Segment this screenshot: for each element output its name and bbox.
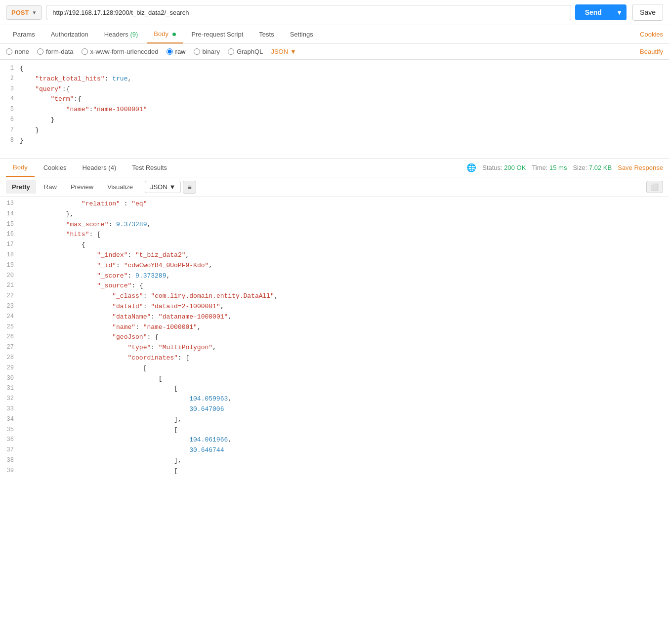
code-line: 1{	[0, 64, 669, 74]
code-line: 37 30.646744	[0, 445, 669, 456]
code-line: 26 "geoJson": {	[0, 332, 669, 343]
code-line: 34 ],	[0, 415, 669, 425]
code-line: 35 [	[0, 425, 669, 436]
wrap-button[interactable]: ≡	[183, 181, 196, 194]
send-arrow-button[interactable]: ▼	[612, 4, 627, 20]
method-label: POST	[11, 9, 29, 16]
beautify-link[interactable]: Beautify	[640, 48, 663, 55]
code-line: 4 "term":{	[0, 94, 669, 105]
fmt-pretty[interactable]: Pretty	[6, 180, 36, 194]
resp-tab-body[interactable]: Body	[6, 159, 35, 177]
code-line: 20 "_score": 9.373289,	[0, 271, 669, 282]
code-line: 19 "_id": "cdwCwoYB4_0UoPF9-Kdo",	[0, 261, 669, 271]
code-line: 17 {	[0, 240, 669, 250]
resp-tab-cookies[interactable]: Cookies	[37, 159, 74, 176]
request-tabs-bar: Params Authorization Headers (9) Body Pr…	[0, 25, 669, 44]
time-value: 15 ms	[549, 164, 567, 171]
tab-pre-request[interactable]: Pre-request Script	[185, 26, 251, 43]
cookies-link[interactable]: Cookies	[640, 31, 663, 38]
code-line: 31 [	[0, 384, 669, 394]
save-button[interactable]: Save	[632, 4, 663, 21]
option-form-data[interactable]: form-data	[37, 48, 74, 55]
globe-icon: 🌐	[466, 163, 476, 172]
request-body-editor[interactable]: 1{2 "track_total_hits": true,3 "query":{…	[0, 60, 669, 159]
code-line: 5 "name":"name-1000001"	[0, 105, 669, 115]
code-line: 24 "dataName": "dataname-1000001",	[0, 312, 669, 322]
response-tabs-bar: Body Cookies Headers (4) Test Results 🌐 …	[0, 159, 669, 177]
tab-tests[interactable]: Tests	[252, 26, 281, 43]
tab-authorization[interactable]: Authorization	[44, 26, 95, 43]
option-none[interactable]: none	[6, 48, 29, 55]
code-line: 27 "type": "MultiPolygon",	[0, 343, 669, 353]
send-btn-group: Send ▼	[575, 4, 627, 20]
tab-body[interactable]: Body	[147, 25, 182, 43]
code-line: 33 30.647006	[0, 404, 669, 415]
url-input[interactable]	[46, 5, 571, 20]
code-line: 25 "name": "name-1000001",	[0, 322, 669, 333]
json-type-selector[interactable]: JSON ▼	[271, 48, 296, 55]
fmt-preview[interactable]: Preview	[65, 180, 99, 194]
code-line: 15 "max_score": 9.373289,	[0, 220, 669, 230]
tab-headers[interactable]: Headers (9)	[97, 26, 145, 43]
code-line: 7 }	[0, 125, 669, 136]
code-line: 21 "_source": {	[0, 281, 669, 291]
option-urlencoded[interactable]: x-www-form-urlencoded	[82, 48, 159, 55]
method-chevron-icon: ▼	[32, 10, 37, 15]
fmt-raw[interactable]: Raw	[38, 180, 63, 194]
code-line: 29 [	[0, 363, 669, 374]
method-selector[interactable]: POST ▼	[6, 5, 42, 20]
code-line: 36 104.061966,	[0, 435, 669, 445]
response-body: 13 "relation" : "eq"14 },15 "max_score":…	[0, 197, 669, 479]
code-line: 22 "_class": "com.liry.domain.entity.Dat…	[0, 291, 669, 302]
response-status-bar: 🌐 Status: 200 OK Time: 15 ms Size: 7.02 …	[466, 163, 663, 172]
fmt-visualize[interactable]: Visualize	[101, 180, 139, 194]
code-line: 6 }	[0, 115, 669, 125]
save-response-link[interactable]: Save Response	[618, 164, 663, 171]
resp-tab-headers[interactable]: Headers (4)	[76, 159, 124, 176]
option-raw[interactable]: raw	[167, 48, 186, 55]
code-line: 39 [	[0, 466, 669, 477]
option-graphql[interactable]: GraphQL	[228, 48, 263, 55]
code-line: 30 [	[0, 374, 669, 384]
resp-tab-test-results[interactable]: Test Results	[125, 159, 174, 176]
code-line: 32 104.059963,	[0, 394, 669, 404]
code-line: 3 "query":{	[0, 84, 669, 95]
tab-settings[interactable]: Settings	[283, 26, 320, 43]
code-line: 28 "coordinates": [	[0, 353, 669, 363]
send-button[interactable]: Send	[575, 4, 612, 20]
body-dot	[172, 33, 176, 36]
size-value: 7.02 KB	[589, 164, 612, 171]
copy-button[interactable]: ⬜	[646, 181, 663, 193]
code-line: 18 "_index": "t_biz_data2",	[0, 250, 669, 261]
response-format-selector[interactable]: JSON ▼	[145, 181, 181, 193]
status-value: 200 OK	[504, 164, 526, 171]
code-line: 13 "relation" : "eq"	[0, 199, 669, 209]
top-bar: POST ▼ Send ▼ Save	[0, 0, 669, 25]
body-options-bar: none form-data x-www-form-urlencoded raw…	[0, 44, 669, 60]
code-line: 16 "hits": [	[0, 230, 669, 240]
code-line: 2 "track_total_hits": true,	[0, 74, 669, 84]
response-format-bar: Pretty Raw Preview Visualize JSON ▼ ≡ ⬜	[0, 177, 669, 197]
code-line: 14 },	[0, 209, 669, 220]
code-line: 8}	[0, 136, 669, 146]
code-line: 23 "dataId": "dataid=2-1000001",	[0, 302, 669, 312]
tab-params[interactable]: Params	[6, 26, 42, 43]
code-line: 38 ],	[0, 456, 669, 466]
option-binary[interactable]: binary	[194, 48, 220, 55]
